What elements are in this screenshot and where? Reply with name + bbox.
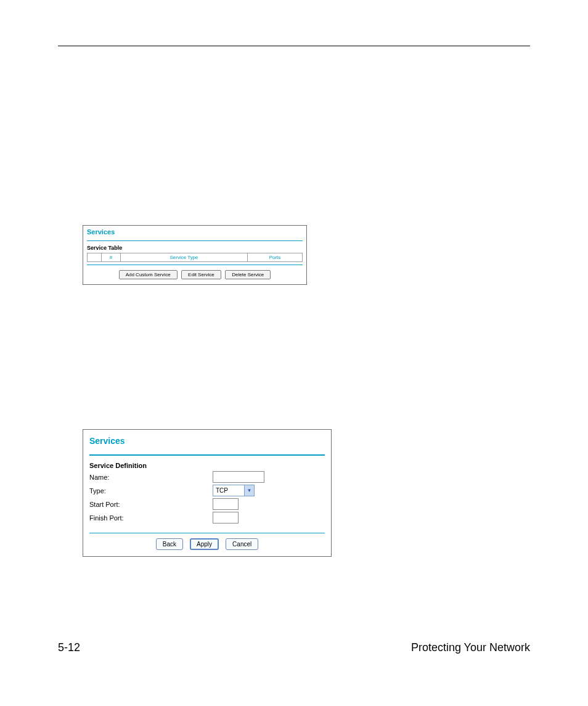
page-footer: 5-12 Protecting Your Network [58, 641, 530, 654]
name-input[interactable] [213, 471, 264, 483]
add-custom-service-button[interactable]: Add Custom Service [119, 270, 178, 279]
start-port-input[interactable] [213, 498, 239, 510]
col-service-type: Service Type [121, 253, 248, 262]
panel1-title: Services [83, 226, 306, 240]
type-select-value: TCP [213, 487, 244, 494]
service-definition-panel: Services Service Definition Name: Type: … [83, 429, 332, 557]
panel2-buttons: Back Apply Cancel [83, 533, 331, 556]
top-rule [58, 46, 530, 46]
name-label: Name: [89, 474, 213, 481]
chevron-down-icon: ▼ [244, 485, 254, 496]
edit-service-button[interactable]: Edit Service [181, 270, 221, 279]
type-label: Type: [89, 487, 213, 495]
panel2-title: Services [83, 430, 331, 454]
panel1-buttons: Add Custom Service Edit Service Delete S… [83, 265, 306, 284]
service-definition-heading: Service Definition [89, 462, 325, 469]
col-number: # [102, 253, 121, 262]
type-select[interactable]: TCP ▼ [213, 485, 255, 496]
finish-port-input[interactable] [213, 512, 239, 523]
cancel-button[interactable]: Cancel [226, 538, 258, 550]
apply-button[interactable]: Apply [190, 538, 219, 550]
delete-service-button[interactable]: Delete Service [225, 270, 271, 279]
col-ports: Ports [248, 253, 303, 262]
back-button[interactable]: Back [156, 538, 183, 550]
service-table: # Service Type Ports [87, 253, 303, 262]
document-page: Services Service Table # Service Type Po… [0, 0, 588, 706]
services-table-panel: Services Service Table # Service Type Po… [83, 225, 307, 285]
panel1-subtitle: Service Table [83, 241, 306, 253]
section-title: Protecting Your Network [411, 641, 530, 654]
page-number: 5-12 [58, 641, 80, 654]
finish-port-label: Finish Port: [89, 514, 213, 522]
col-select [88, 253, 102, 262]
start-port-label: Start Port: [89, 501, 213, 508]
